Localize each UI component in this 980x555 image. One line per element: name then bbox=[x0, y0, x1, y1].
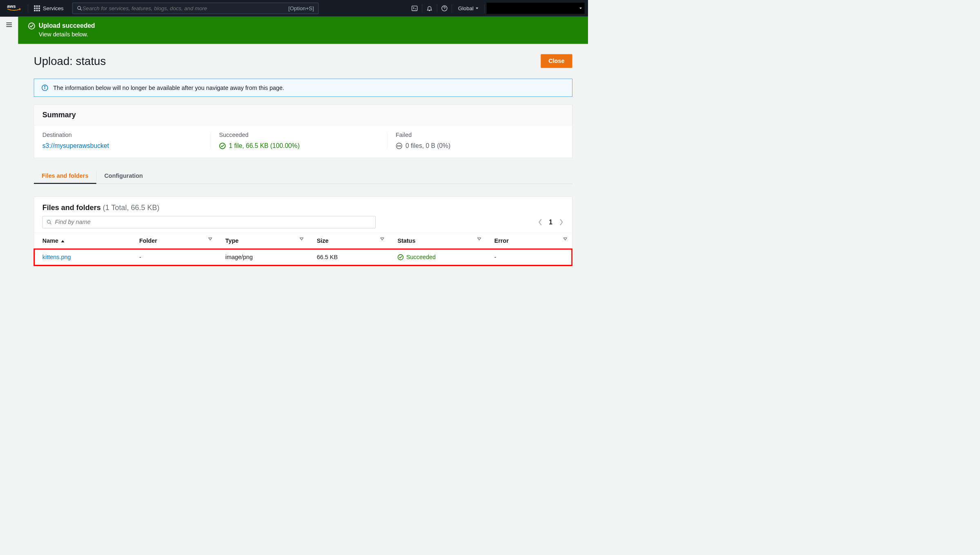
hamburger-icon[interactable] bbox=[5, 21, 13, 276]
col-folder[interactable]: Folder bbox=[131, 233, 217, 249]
dots-circle-icon bbox=[396, 142, 403, 149]
banner-title: Upload succeeded bbox=[39, 22, 95, 30]
aws-logo[interactable]: aws bbox=[0, 3, 28, 13]
tabs: Files and folders Configuration bbox=[34, 168, 572, 184]
search-input[interactable] bbox=[82, 5, 288, 12]
success-banner: Upload succeeded View details below. bbox=[18, 17, 588, 44]
destination-label: Destination bbox=[42, 132, 211, 139]
search-shortcut: [Option+S] bbox=[288, 5, 314, 12]
failed-label: Failed bbox=[396, 132, 564, 139]
check-circle-icon bbox=[397, 254, 404, 261]
region-selector[interactable]: Global bbox=[452, 5, 484, 12]
col-type[interactable]: Type bbox=[217, 233, 308, 249]
summary-heading: Summary bbox=[34, 105, 572, 125]
top-navigation: aws Services [Option+S] Global bbox=[0, 0, 588, 17]
banner-subtitle: View details below. bbox=[39, 31, 578, 38]
svg-line-18 bbox=[50, 223, 51, 224]
close-button[interactable]: Close bbox=[541, 54, 572, 68]
search-icon bbox=[77, 6, 82, 11]
caret-down-icon bbox=[579, 7, 582, 10]
svg-point-11 bbox=[45, 86, 45, 87]
summary-destination: Destination s3://mysuperawsbucket bbox=[42, 132, 211, 150]
file-name-link[interactable]: kittens.png bbox=[42, 254, 71, 260]
table-title: Files and folders bbox=[42, 203, 101, 211]
caret-down-icon bbox=[476, 7, 479, 10]
page-number: 1 bbox=[549, 218, 552, 226]
prev-page-button[interactable] bbox=[538, 219, 543, 226]
svg-line-2 bbox=[80, 9, 82, 10]
svg-point-14 bbox=[397, 145, 398, 146]
svg-point-17 bbox=[47, 220, 51, 224]
col-name[interactable]: Name bbox=[34, 233, 131, 249]
files-table-panel: Files and folders (1 Total, 66.5 KB) 1 bbox=[34, 197, 572, 266]
summary-panel: Summary Destination s3://mysuperawsbucke… bbox=[34, 105, 572, 158]
info-text: The information below will no longer be … bbox=[53, 84, 284, 91]
cell-type: image/png bbox=[217, 249, 308, 266]
cell-folder: - bbox=[131, 249, 217, 266]
filter-icon bbox=[300, 237, 304, 241]
sort-asc-icon bbox=[61, 239, 65, 243]
account-menu[interactable] bbox=[487, 3, 585, 14]
terminal-icon bbox=[412, 5, 418, 12]
nav-right: Global bbox=[407, 0, 588, 17]
svg-text:aws: aws bbox=[7, 4, 16, 9]
pagination: 1 bbox=[538, 218, 564, 226]
cell-error: - bbox=[486, 249, 572, 266]
cloudshell-button[interactable] bbox=[407, 0, 422, 17]
col-status[interactable]: Status bbox=[389, 233, 486, 249]
divider bbox=[484, 4, 485, 13]
main-content: Upload succeeded View details below. Upl… bbox=[18, 17, 588, 276]
col-error[interactable]: Error bbox=[486, 233, 572, 249]
filter-icon bbox=[563, 237, 567, 241]
filter-icon bbox=[208, 237, 212, 241]
tab-configuration[interactable]: Configuration bbox=[96, 168, 151, 184]
check-circle-icon bbox=[28, 22, 35, 29]
succeeded-value: 1 file, 66.5 KB (100.00%) bbox=[229, 142, 299, 150]
region-label: Global bbox=[458, 5, 474, 12]
filter-icon bbox=[380, 237, 384, 241]
svg-rect-3 bbox=[412, 6, 417, 11]
services-menu-button[interactable]: Services bbox=[28, 5, 69, 12]
summary-succeeded: Succeeded 1 file, 66.5 KB (100.00%) bbox=[210, 132, 387, 150]
tab-files-and-folders[interactable]: Files and folders bbox=[34, 168, 96, 184]
table-row: kittens.png - image/png 66.5 KB Succeede… bbox=[34, 249, 572, 266]
page-title: Upload: status bbox=[34, 54, 106, 67]
search-icon bbox=[47, 219, 52, 225]
summary-failed: Failed 0 files, 0 B (0%) bbox=[387, 132, 564, 150]
destination-link[interactable]: s3://mysuperawsbucket bbox=[42, 142, 211, 150]
filter-icon bbox=[477, 237, 481, 241]
files-table: Name Folder Type Size Status Error kitte… bbox=[34, 233, 572, 265]
global-search[interactable]: [Option+S] bbox=[72, 3, 318, 14]
grid-icon bbox=[34, 5, 40, 11]
cell-size: 66.5 KB bbox=[308, 249, 389, 266]
find-by-name[interactable] bbox=[42, 216, 376, 228]
failed-value: 0 files, 0 B (0%) bbox=[405, 142, 450, 150]
table-subtitle: (1 Total, 66.5 KB) bbox=[103, 203, 160, 211]
find-input[interactable] bbox=[55, 219, 371, 226]
cell-status: Succeeded bbox=[397, 254, 477, 261]
succeeded-label: Succeeded bbox=[219, 132, 387, 139]
col-size[interactable]: Size bbox=[308, 233, 389, 249]
side-rail bbox=[0, 17, 18, 276]
svg-point-16 bbox=[400, 145, 401, 146]
svg-point-1 bbox=[78, 6, 81, 9]
services-label: Services bbox=[43, 5, 64, 12]
info-icon bbox=[41, 84, 48, 91]
notifications-button[interactable] bbox=[422, 0, 437, 17]
help-button[interactable] bbox=[437, 0, 452, 17]
info-alert: The information below will no longer be … bbox=[34, 79, 572, 97]
svg-point-15 bbox=[399, 145, 399, 146]
help-icon bbox=[441, 5, 448, 12]
next-page-button[interactable] bbox=[559, 219, 564, 226]
check-circle-icon bbox=[219, 142, 226, 149]
bell-icon bbox=[426, 5, 433, 12]
